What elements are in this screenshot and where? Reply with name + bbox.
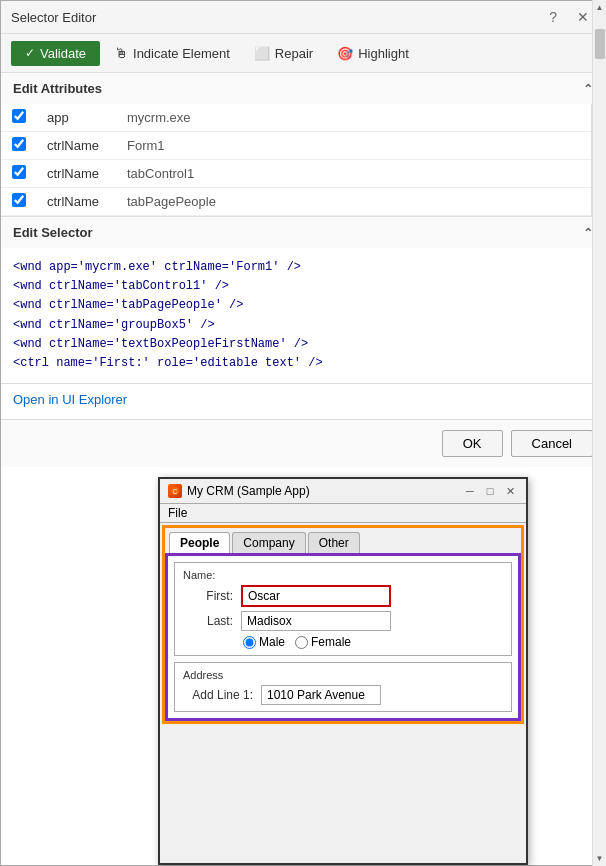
crm-minimize-button[interactable]: ─ — [462, 483, 478, 499]
address-group: Address Add Line 1: — [174, 662, 512, 712]
selector-code-area: <wnd app='mycrm.exe' ctrlName='Form1' />… — [1, 248, 605, 383]
validate-button[interactable]: ✓ Validate — [11, 41, 100, 66]
toolbar: ✓ Validate 🖱 Indicate Element ⬜ Repair 🎯… — [1, 34, 605, 73]
cancel-button[interactable]: Cancel — [511, 430, 593, 457]
ui-explorer-link[interactable]: Open in UI Explorer — [1, 384, 139, 419]
repair-icon: ⬜ — [254, 46, 270, 61]
selector-scroll-thumb[interactable] — [595, 29, 605, 59]
male-radio-option: Male — [243, 635, 285, 649]
ui-explorer-section: Open in UI Explorer — [1, 384, 605, 419]
crm-maximize-button[interactable]: □ — [482, 483, 498, 499]
title-bar-controls: ? ✕ — [543, 7, 595, 27]
first-label: First: — [183, 589, 233, 603]
add-line-label: Add Line 1: — [183, 688, 253, 702]
crm-close-button[interactable]: ✕ — [502, 483, 518, 499]
crm-title: My CRM (Sample App) — [187, 484, 310, 498]
last-field-row: Last: — [183, 611, 503, 631]
edit-selector-section: Edit Selector ⌃ <wnd app='mycrm.exe' ctr… — [1, 217, 605, 384]
svg-text:C: C — [172, 488, 177, 495]
crm-content: People Company Other Name: First: Las — [162, 525, 524, 724]
attr-checkbox-ctrlname-tabcontrol[interactable] — [12, 165, 26, 179]
attr-checkbox-ctrlname-tabpage[interactable] — [12, 193, 26, 207]
crm-title-bar: C My CRM (Sample App) ─ □ ✕ — [160, 479, 526, 504]
selector-scroll-down-icon[interactable]: ▼ — [593, 851, 606, 866]
highlight-icon: 🎯 — [337, 46, 353, 61]
crm-app-icon: C — [168, 484, 182, 498]
crm-menu-file[interactable]: File — [168, 506, 187, 520]
tab-company[interactable]: Company — [232, 532, 305, 553]
crm-title-left: C My CRM (Sample App) — [168, 484, 310, 498]
window-title: Selector Editor — [11, 10, 96, 25]
table-row: ctrlName tabControl1 — [1, 160, 605, 188]
crm-preview-container: C My CRM (Sample App) ─ □ ✕ File People — [1, 467, 605, 865]
attr-value-tabcontrol: tabControl1 — [117, 160, 605, 188]
address-group-label: Address — [183, 669, 503, 681]
female-radio-option: Female — [295, 635, 351, 649]
table-row: ctrlName tabPagePeople — [1, 188, 605, 216]
table-row: app mycrm.exe — [1, 104, 605, 132]
attr-key-ctrlname-2: ctrlName — [37, 160, 117, 188]
crm-inner: Name: First: Last: Male — [165, 553, 521, 721]
address-field-row: Add Line 1: — [183, 685, 503, 705]
edit-selector-header: Edit Selector ⌃ — [1, 217, 605, 248]
selector-line-1: <wnd app='mycrm.exe' ctrlName='Form1' /> — [13, 258, 585, 277]
repair-button[interactable]: ⬜ Repair — [244, 41, 323, 66]
first-input[interactable] — [241, 585, 391, 607]
help-button[interactable]: ? — [543, 7, 563, 27]
attr-key-ctrlname-3: ctrlName — [37, 188, 117, 216]
table-row: ctrlName Form1 — [1, 132, 605, 160]
selector-code[interactable]: <wnd app='mycrm.exe' ctrlName='Form1' />… — [1, 248, 605, 383]
tab-other[interactable]: Other — [308, 532, 360, 553]
attr-value-tabpage: tabPagePeople — [117, 188, 605, 216]
dialog-footer: OK Cancel — [1, 419, 605, 467]
selector-scroll-up-icon[interactable]: ▲ — [593, 0, 606, 15]
edit-selector-title: Edit Selector — [13, 225, 92, 240]
selector-editor-window: Selector Editor ? ✕ ✓ Validate 🖱 Indicat… — [0, 0, 606, 866]
attr-value-form1: Form1 — [117, 132, 605, 160]
selector-line-6: <ctrl name='First:' role='editable text'… — [13, 354, 585, 373]
attr-value-app: mycrm.exe — [117, 104, 605, 132]
indicate-icon: 🖱 — [114, 45, 128, 61]
edit-attributes-section: Edit Attributes ⌃ app mycrm.exe ctrlName… — [1, 73, 605, 217]
attr-key-app: app — [37, 104, 117, 132]
male-radio[interactable] — [243, 636, 256, 649]
gender-radio-row: Male Female — [183, 635, 503, 649]
last-input[interactable] — [241, 611, 391, 631]
male-label: Male — [259, 635, 285, 649]
selector-line-2: <wnd ctrlName='tabControl1' /> — [13, 277, 585, 296]
highlight-label: Highlight — [358, 46, 409, 61]
selector-line-5: <wnd ctrlName='textBoxPeopleFirstName' /… — [13, 335, 585, 354]
indicate-element-button[interactable]: 🖱 Indicate Element — [104, 40, 240, 66]
name-group-label: Name: — [183, 569, 503, 581]
attr-checkbox-ctrlname-form1[interactable] — [12, 137, 26, 151]
selector-line-4: <wnd ctrlName='groupBox5' /> — [13, 316, 585, 335]
last-label: Last: — [183, 614, 233, 628]
first-field-row: First: — [183, 585, 503, 607]
female-label: Female — [311, 635, 351, 649]
highlight-button[interactable]: 🎯 Highlight — [327, 41, 419, 66]
crm-window: C My CRM (Sample App) ─ □ ✕ File People — [158, 477, 528, 865]
attr-key-ctrlname-1: ctrlName — [37, 132, 117, 160]
selector-line-3: <wnd ctrlName='tabPagePeople' /> — [13, 296, 585, 315]
title-bar: Selector Editor ? ✕ — [1, 1, 605, 34]
selector-scrollbar[interactable]: ▲ ▼ — [592, 0, 606, 866]
indicate-label: Indicate Element — [133, 46, 230, 61]
attributes-table: app mycrm.exe ctrlName Form1 ctrlName ta… — [1, 104, 605, 216]
crm-window-controls: ─ □ ✕ — [462, 483, 518, 499]
validate-label: Validate — [40, 46, 86, 61]
attr-checkbox-app[interactable] — [12, 109, 26, 123]
tab-people[interactable]: People — [169, 532, 230, 553]
checkmark-icon: ✓ — [25, 46, 35, 60]
crm-menubar: File — [160, 504, 526, 523]
repair-label: Repair — [275, 46, 313, 61]
female-radio[interactable] — [295, 636, 308, 649]
title-bar-left: Selector Editor — [11, 10, 96, 25]
ok-button[interactable]: OK — [442, 430, 503, 457]
edit-attributes-title: Edit Attributes — [13, 81, 102, 96]
attributes-area: app mycrm.exe ctrlName Form1 ctrlName ta… — [1, 104, 605, 216]
crm-tabs: People Company Other — [165, 528, 521, 553]
name-group: Name: First: Last: Male — [174, 562, 512, 656]
add-line-input[interactable] — [261, 685, 381, 705]
edit-attributes-header: Edit Attributes ⌃ — [1, 73, 605, 104]
